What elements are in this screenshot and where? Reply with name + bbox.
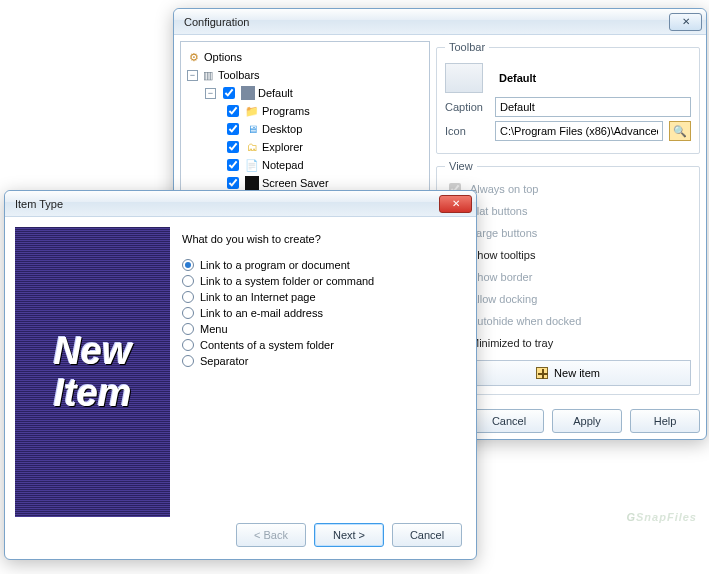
screensaver-icon bbox=[245, 176, 259, 190]
tree-node-item[interactable]: 📁 Programs bbox=[223, 102, 425, 120]
item-type-label: Contents of a system folder bbox=[200, 339, 334, 351]
view-option[interactable]: Minimized to tray bbox=[445, 332, 691, 354]
tree-node-item[interactable]: 🗂 Explorer bbox=[223, 138, 425, 156]
tree-label: Notepad bbox=[262, 156, 304, 174]
close-icon[interactable]: ✕ bbox=[439, 195, 472, 213]
radio-icon[interactable] bbox=[182, 339, 194, 351]
item-type-label: Link to a system folder or command bbox=[200, 275, 374, 287]
collapse-icon[interactable]: − bbox=[187, 70, 198, 81]
wizard-question: What do you wish to create? bbox=[182, 233, 460, 245]
wizard-options-panel: What do you wish to create? Link to a pr… bbox=[176, 227, 466, 517]
item-type-label: Menu bbox=[200, 323, 228, 335]
item-type-option[interactable]: Menu bbox=[182, 321, 460, 337]
caption-label: Caption bbox=[445, 101, 489, 113]
radio-icon[interactable] bbox=[182, 259, 194, 271]
cancel-button[interactable]: Cancel bbox=[474, 409, 544, 433]
watermark: GSnapFiles bbox=[626, 496, 697, 528]
view-option[interactable]: Show tooltips bbox=[445, 244, 691, 266]
view-option-label: Show border bbox=[470, 271, 532, 283]
tree-label: Programs bbox=[262, 102, 310, 120]
tree-label: Toolbars bbox=[218, 66, 260, 84]
item-type-label: Link to an e-mail address bbox=[200, 307, 323, 319]
tree-node-toolbars[interactable]: − ▥ Toolbars bbox=[187, 66, 425, 84]
view-option-label: Minimized to tray bbox=[470, 337, 553, 349]
tree-checkbox[interactable] bbox=[227, 177, 239, 189]
item-type-label: Link to an Internet page bbox=[200, 291, 316, 303]
back-button[interactable]: < Back bbox=[236, 523, 306, 547]
tree-node-default[interactable]: − Default bbox=[205, 84, 425, 102]
toolbar-legend: Toolbar bbox=[445, 41, 489, 53]
icon-path-input[interactable] bbox=[495, 121, 663, 141]
toolbar-name: Default bbox=[499, 72, 536, 84]
notepad-icon: 📄 bbox=[245, 158, 259, 172]
tree-checkbox[interactable] bbox=[227, 123, 239, 135]
radio-icon[interactable] bbox=[182, 355, 194, 367]
toolbar-icon bbox=[241, 86, 255, 100]
folder-search-icon: 🔍 bbox=[673, 125, 687, 138]
item-type-option[interactable]: Link to a system folder or command bbox=[182, 273, 460, 289]
item-type-label: Separator bbox=[200, 355, 248, 367]
view-option: Show border bbox=[445, 266, 691, 288]
view-option: Allow docking bbox=[445, 288, 691, 310]
folder-icon: 📁 bbox=[245, 104, 259, 118]
view-option: Large buttons bbox=[445, 222, 691, 244]
apply-button[interactable]: Apply bbox=[552, 409, 622, 433]
view-option-label: Allow docking bbox=[470, 293, 537, 305]
tree-node-item[interactable]: 🖥 Desktop bbox=[223, 120, 425, 138]
radio-icon[interactable] bbox=[182, 291, 194, 303]
view-option: Always on top bbox=[445, 178, 691, 200]
toolbars-icon: ▥ bbox=[201, 68, 215, 82]
cancel-button[interactable]: Cancel bbox=[392, 523, 462, 547]
tree-label: Default bbox=[258, 84, 293, 102]
tree-label: Desktop bbox=[262, 120, 302, 138]
view-option-label: Show tooltips bbox=[470, 249, 535, 261]
radio-icon[interactable] bbox=[182, 275, 194, 287]
new-item-icon bbox=[536, 367, 548, 379]
caption-input[interactable] bbox=[495, 97, 691, 117]
radio-icon[interactable] bbox=[182, 323, 194, 335]
icon-label: Icon bbox=[445, 125, 489, 137]
new-item-button[interactable]: New item bbox=[445, 360, 691, 386]
tree-label: Options bbox=[204, 48, 242, 66]
item-type-option[interactable]: Separator bbox=[182, 353, 460, 369]
view-option-label: Autohide when docked bbox=[470, 315, 581, 327]
itemdlg-titlebar[interactable]: Item Type ✕ bbox=[5, 191, 476, 217]
item-type-option[interactable]: Contents of a system folder bbox=[182, 337, 460, 353]
tree-label: Explorer bbox=[262, 138, 303, 156]
tree-checkbox[interactable] bbox=[227, 159, 239, 171]
close-icon[interactable]: ✕ bbox=[669, 13, 702, 31]
view-option-label: Flat buttons bbox=[470, 205, 527, 217]
gears-icon: ⚙ bbox=[187, 50, 201, 64]
tree-node-options[interactable]: ⚙ Options bbox=[187, 48, 425, 66]
item-type-label: Link to a program or document bbox=[200, 259, 350, 271]
wizard-button-row: < Back Next > Cancel bbox=[236, 523, 462, 547]
tree-checkbox[interactable] bbox=[227, 141, 239, 153]
tree-checkbox[interactable] bbox=[227, 105, 239, 117]
toolbar-fieldset: Toolbar Default Caption Icon 🔍 bbox=[436, 41, 700, 154]
explorer-icon: 🗂 bbox=[245, 140, 259, 154]
item-type-option[interactable]: Link to a program or document bbox=[182, 257, 460, 273]
view-option-label: Large buttons bbox=[470, 227, 537, 239]
itemdlg-title: Item Type bbox=[15, 198, 439, 210]
new-item-label: New item bbox=[554, 367, 600, 379]
wizard-art: NewItem bbox=[15, 227, 170, 517]
item-type-dialog: Item Type ✕ NewItem What do you wish to … bbox=[4, 190, 477, 560]
view-option: Flat buttons bbox=[445, 200, 691, 222]
desktop-icon: 🖥 bbox=[245, 122, 259, 136]
browse-icon-button[interactable]: 🔍 bbox=[669, 121, 691, 141]
config-titlebar[interactable]: Configuration ✕ bbox=[174, 9, 706, 35]
view-legend: View bbox=[445, 160, 477, 172]
view-option: Autohide when docked bbox=[445, 310, 691, 332]
item-type-option[interactable]: Link to an e-mail address bbox=[182, 305, 460, 321]
radio-icon[interactable] bbox=[182, 307, 194, 319]
help-button[interactable]: Help bbox=[630, 409, 700, 433]
config-title: Configuration bbox=[184, 16, 669, 28]
toolbar-preview-icon bbox=[445, 63, 483, 93]
next-button[interactable]: Next > bbox=[314, 523, 384, 547]
view-option-label: Always on top bbox=[470, 183, 538, 195]
item-type-option[interactable]: Link to an Internet page bbox=[182, 289, 460, 305]
tree-checkbox[interactable] bbox=[223, 87, 235, 99]
tree-node-item[interactable]: 📄 Notepad bbox=[223, 156, 425, 174]
collapse-icon[interactable]: − bbox=[205, 88, 216, 99]
